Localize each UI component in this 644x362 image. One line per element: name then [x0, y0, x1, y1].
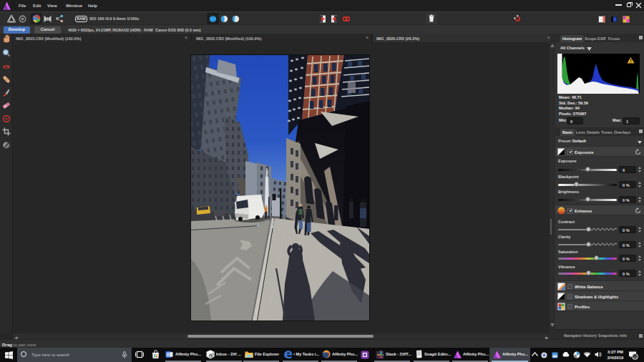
svg-text:22: 22 [633, 354, 637, 358]
